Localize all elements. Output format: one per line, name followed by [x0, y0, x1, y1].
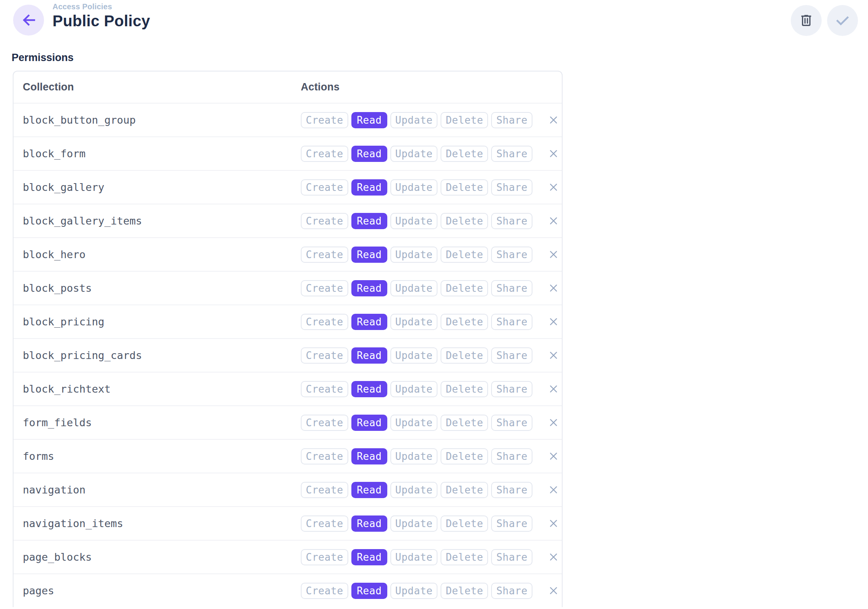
action-update-button[interactable]: Update	[390, 213, 438, 229]
action-create-button[interactable]: Create	[301, 415, 348, 431]
action-delete-button[interactable]: Delete	[441, 415, 488, 431]
action-delete-button[interactable]: Delete	[441, 448, 488, 464]
action-delete-button[interactable]: Delete	[441, 482, 488, 498]
action-share-button[interactable]: Share	[491, 247, 532, 263]
action-create-button[interactable]: Create	[301, 213, 348, 229]
action-share-button[interactable]: Share	[491, 146, 532, 162]
action-update-button[interactable]: Update	[390, 314, 438, 330]
action-read-button[interactable]: Read	[351, 112, 387, 128]
action-delete-button[interactable]: Delete	[441, 213, 488, 229]
action-read-button[interactable]: Read	[351, 583, 387, 599]
action-create-button[interactable]: Create	[301, 247, 348, 263]
remove-permission-button[interactable]	[546, 583, 561, 599]
delete-policy-button[interactable]	[791, 5, 822, 36]
action-update-button[interactable]: Update	[390, 112, 438, 128]
action-share-button[interactable]: Share	[491, 280, 532, 296]
action-read-button[interactable]: Read	[351, 381, 387, 397]
action-read-button[interactable]: Read	[351, 347, 387, 364]
action-share-button[interactable]: Share	[491, 515, 532, 532]
action-create-button[interactable]: Create	[301, 314, 348, 330]
action-update-button[interactable]: Update	[390, 381, 438, 397]
action-share-button[interactable]: Share	[491, 213, 532, 229]
action-delete-button[interactable]: Delete	[441, 347, 488, 364]
remove-permission-button[interactable]	[546, 213, 561, 229]
action-create-button[interactable]: Create	[301, 280, 348, 296]
action-create-button[interactable]: Create	[301, 515, 348, 532]
save-button[interactable]	[827, 5, 858, 36]
action-update-button[interactable]: Update	[390, 415, 438, 431]
action-update-button[interactable]: Update	[390, 583, 438, 599]
action-share-button[interactable]: Share	[491, 179, 532, 196]
action-share-button[interactable]: Share	[491, 549, 532, 565]
action-delete-button[interactable]: Delete	[441, 280, 488, 296]
action-read-button[interactable]: Read	[351, 549, 387, 565]
action-read-button[interactable]: Read	[351, 213, 387, 229]
action-create-button[interactable]: Create	[301, 112, 348, 128]
action-delete-button[interactable]: Delete	[441, 247, 488, 263]
action-update-button[interactable]: Update	[390, 347, 438, 364]
action-create-button[interactable]: Create	[301, 583, 348, 599]
table-row: pages CreateReadUpdateDeleteShare	[14, 573, 562, 607]
action-read-button[interactable]: Read	[351, 515, 387, 532]
action-create-button[interactable]: Create	[301, 448, 348, 464]
action-create-button[interactable]: Create	[301, 179, 348, 196]
action-read-button[interactable]: Read	[351, 179, 387, 196]
action-share-button[interactable]: Share	[491, 347, 532, 364]
action-update-button[interactable]: Update	[390, 482, 438, 498]
action-delete-button[interactable]: Delete	[441, 179, 488, 196]
x-close-icon	[548, 417, 559, 428]
action-share-button[interactable]: Share	[491, 482, 532, 498]
action-share-button[interactable]: Share	[491, 448, 532, 464]
remove-permission-button[interactable]	[546, 381, 561, 397]
remove-permission-button[interactable]	[546, 314, 561, 330]
action-share-button[interactable]: Share	[491, 381, 532, 397]
remove-permission-button[interactable]	[546, 549, 561, 565]
action-delete-button[interactable]: Delete	[441, 549, 488, 565]
action-create-button[interactable]: Create	[301, 146, 348, 162]
action-update-button[interactable]: Update	[390, 247, 438, 263]
row-actions: CreateReadUpdateDeleteShare	[301, 247, 562, 263]
remove-permission-button[interactable]	[546, 180, 561, 195]
action-read-button[interactable]: Read	[351, 314, 387, 330]
action-update-button[interactable]: Update	[390, 179, 438, 196]
action-delete-button[interactable]: Delete	[441, 112, 488, 128]
action-delete-button[interactable]: Delete	[441, 314, 488, 330]
action-create-button[interactable]: Create	[301, 482, 348, 498]
remove-permission-button[interactable]	[546, 281, 561, 296]
action-update-button[interactable]: Update	[390, 146, 438, 162]
action-update-button[interactable]: Update	[390, 515, 438, 532]
remove-permission-button[interactable]	[546, 348, 561, 363]
action-create-button[interactable]: Create	[301, 381, 348, 397]
action-delete-button[interactable]: Delete	[441, 381, 488, 397]
action-read-button[interactable]: Read	[351, 146, 387, 162]
action-read-button[interactable]: Read	[351, 448, 387, 464]
table-row: navigation CreateReadUpdateDeleteShare	[14, 473, 562, 506]
remove-permission-button[interactable]	[546, 146, 561, 162]
action-read-button[interactable]: Read	[351, 415, 387, 431]
remove-permission-button[interactable]	[546, 482, 561, 498]
action-read-button[interactable]: Read	[351, 247, 387, 263]
action-share-button[interactable]: Share	[491, 314, 532, 330]
check-icon	[834, 12, 851, 29]
action-read-button[interactable]: Read	[351, 280, 387, 296]
action-share-button[interactable]: Share	[491, 415, 532, 431]
action-share-button[interactable]: Share	[491, 112, 532, 128]
remove-permission-button[interactable]	[546, 112, 561, 128]
action-create-button[interactable]: Create	[301, 549, 348, 565]
action-update-button[interactable]: Update	[390, 280, 438, 296]
remove-permission-button[interactable]	[546, 516, 561, 531]
action-update-button[interactable]: Update	[390, 549, 438, 565]
row-actions: CreateReadUpdateDeleteShare	[301, 314, 562, 330]
remove-permission-button[interactable]	[546, 247, 561, 262]
remove-permission-button[interactable]	[546, 449, 561, 464]
action-read-button[interactable]: Read	[351, 482, 387, 498]
remove-permission-button[interactable]	[546, 415, 561, 430]
action-create-button[interactable]: Create	[301, 347, 348, 364]
back-button[interactable]	[13, 5, 44, 36]
action-delete-button[interactable]: Delete	[441, 583, 488, 599]
action-share-button[interactable]: Share	[491, 583, 532, 599]
action-delete-button[interactable]: Delete	[441, 515, 488, 532]
action-update-button[interactable]: Update	[390, 448, 438, 464]
x-close-icon	[548, 585, 559, 596]
action-delete-button[interactable]: Delete	[441, 146, 488, 162]
